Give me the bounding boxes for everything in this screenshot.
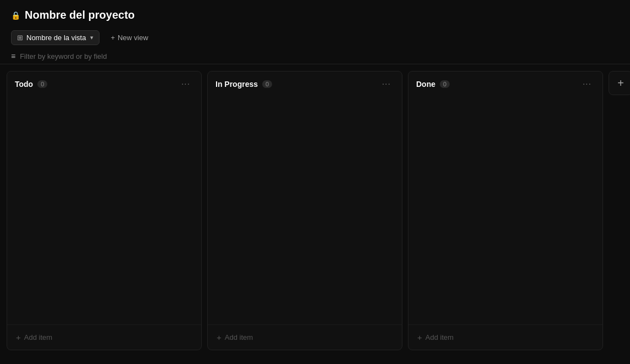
project-header: 🔒 Nombre del proyecto — [0, 0, 630, 27]
column-todo-title: Todo — [15, 80, 33, 89]
column-todo-menu-button[interactable]: ··· — [178, 78, 194, 90]
add-column-icon: + — [617, 77, 624, 90]
column-done-footer: + Add item — [408, 324, 603, 350]
add-item-done-button[interactable]: + Add item — [416, 330, 595, 344]
column-todo-body — [7, 97, 201, 324]
chevron-down-icon: ▾ — [90, 34, 93, 41]
column-in-progress-header: In Progress 0 ··· — [208, 71, 402, 97]
filter-placeholder: Filter by keyword or by field — [20, 52, 107, 60]
add-item-in-progress-plus-icon: + — [217, 333, 222, 342]
toolbar: ⊞ Nombre de la vista ▾ + New view — [0, 27, 630, 48]
add-item-in-progress-label: Add item — [225, 333, 253, 341]
add-item-done-label: Add item — [425, 333, 454, 341]
lock-icon: 🔒 — [11, 11, 20, 20]
add-item-todo-button[interactable]: + Add item — [15, 330, 194, 344]
column-todo-header: Todo 0 ··· — [7, 71, 201, 97]
column-in-progress-title: In Progress — [215, 80, 258, 89]
column-in-progress-footer: + Add item — [208, 324, 402, 350]
add-item-todo-plus-icon: + — [16, 333, 21, 342]
column-in-progress-count: 0 — [262, 80, 272, 88]
column-done-header: Done 0 ··· — [408, 71, 603, 97]
view-tab-label: Nombre de la vista — [26, 34, 86, 42]
column-done-count: 0 — [440, 80, 450, 88]
project-title: Nombre del proyecto — [25, 9, 135, 21]
new-view-label: New view — [118, 34, 148, 42]
column-todo-count: 0 — [37, 80, 47, 88]
column-in-progress-body — [208, 97, 402, 324]
column-done-title: Done — [416, 80, 435, 89]
add-item-done-plus-icon: + — [417, 333, 422, 342]
new-view-plus-icon: + — [110, 34, 115, 42]
column-done: Done 0 ··· + Add item — [408, 71, 603, 350]
filter-bar: ≡ Filter by keyword or by field — [0, 48, 630, 64]
column-done-menu-button[interactable]: ··· — [579, 78, 595, 90]
column-todo-footer: + Add item — [7, 324, 201, 350]
view-tab[interactable]: ⊞ Nombre de la vista ▾ — [11, 30, 100, 45]
add-item-in-progress-button[interactable]: + Add item — [215, 330, 394, 344]
column-todo: Todo 0 ··· + Add item — [7, 71, 202, 350]
column-done-body — [408, 97, 603, 324]
filter-icon: ≡ — [11, 52, 15, 60]
board: Todo 0 ··· + Add item In Progress 0 ··· … — [0, 64, 630, 357]
column-in-progress: In Progress 0 ··· + Add item — [207, 71, 402, 350]
column-in-progress-menu-button[interactable]: ··· — [379, 78, 394, 90]
view-tab-icon: ⊞ — [17, 34, 23, 42]
new-view-button[interactable]: + New view — [106, 31, 152, 45]
add-column-button[interactable]: + — [609, 71, 630, 95]
add-item-todo-label: Add item — [24, 333, 52, 341]
